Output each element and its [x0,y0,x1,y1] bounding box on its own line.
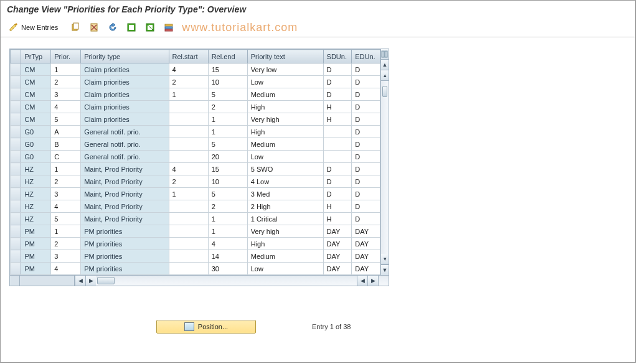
row-selector[interactable] [11,138,21,151]
scroll-track[interactable] [381,81,389,254]
cell-prior[interactable]: 4 [51,263,81,275]
scroll-down-icon[interactable]: ▼ [381,264,389,275]
cell-prtyp[interactable]: PM [21,225,51,238]
table-row[interactable]: G0CGeneral notif. prio.20LowD [11,151,380,163]
col-end[interactable]: Rel.end [208,50,247,63]
row-selector[interactable] [11,88,21,101]
cell-start[interactable]: 1 [169,88,208,101]
cell-start[interactable] [169,101,208,113]
copy-button[interactable] [67,21,83,34]
cell-end[interactable]: 2 [208,200,247,213]
cell-prtyp[interactable]: G0 [21,138,51,151]
horizontal-scrollbar[interactable]: ◀ ▶ ◀ ▶ [10,275,389,286]
cell-ptext[interactable]: Medium [247,250,323,263]
scroll-page-down-icon[interactable]: ▾ [381,254,389,264]
cell-start[interactable]: 2 [169,175,208,188]
priorities-table[interactable]: PrTyp Prior. Priority type Rel.start Rel… [10,49,380,275]
cell-ptype[interactable]: General notif. prio. [81,126,169,138]
cell-ed[interactable]: D [352,175,380,188]
cell-end[interactable]: 4 [208,238,247,250]
cell-sd[interactable]: H [323,213,352,225]
table-row[interactable]: CM5Claim priorities1Very highHD [11,113,380,126]
cell-start[interactable] [169,225,208,238]
hscroll-right2-icon[interactable]: ▶ [367,276,378,286]
table-row[interactable]: CM2Claim priorities210LowDD [11,76,380,88]
cell-prior[interactable]: 2 [51,76,81,88]
cell-sd[interactable] [323,151,352,163]
cell-sd[interactable]: DAY [323,263,352,275]
cell-ptext[interactable]: Medium [247,138,323,151]
cell-ptype[interactable]: Claim priorities [81,101,169,113]
row-selector[interactable] [11,151,21,163]
deselect-all-button[interactable] [142,21,158,34]
cell-start[interactable] [169,238,208,250]
cell-ed[interactable]: D [352,200,380,213]
cell-ptext[interactable]: Low [247,76,323,88]
new-entries-button[interactable]: New Entries [6,21,65,34]
table-row[interactable]: HZ1Maint, Prod Priority4155 SWODD [11,163,380,175]
cell-sd[interactable]: DAY [323,225,352,238]
cell-ed[interactable]: DAY [352,250,380,263]
cell-ed[interactable]: D [352,151,380,163]
cell-ptype[interactable]: Claim priorities [81,76,169,88]
cell-end[interactable]: 20 [208,151,247,163]
cell-ed[interactable]: D [352,213,380,225]
row-selector[interactable] [11,163,21,175]
cell-ptype[interactable]: PM priorities [81,238,169,250]
delete-button[interactable] [86,21,102,34]
cell-prtyp[interactable]: HZ [21,213,51,225]
cell-start[interactable] [169,213,208,225]
cell-ed[interactable]: D [352,76,380,88]
row-selector[interactable] [11,63,21,76]
col-prior[interactable]: Prior. [51,50,81,63]
cell-sd[interactable]: D [323,63,352,76]
cell-ptext[interactable]: Low [247,151,323,163]
cell-prtyp[interactable]: HZ [21,200,51,213]
hscroll-right-icon[interactable]: ▶ [85,276,96,286]
cell-prtyp[interactable]: HZ [21,188,51,200]
hscroll-thumb-left[interactable] [97,277,115,284]
hscroll-left-icon[interactable]: ◀ [75,276,85,286]
cell-ed[interactable]: D [352,88,380,101]
row-selector[interactable] [11,238,21,250]
cell-ed[interactable]: DAY [352,225,380,238]
cell-sd[interactable]: D [323,76,352,88]
table-row[interactable]: HZ3Maint, Prod Priority153 MedDD [11,188,380,200]
cell-ptext[interactable]: 5 SWO [247,163,323,175]
cell-prtyp[interactable]: CM [21,88,51,101]
scroll-thumb[interactable] [382,86,387,97]
row-selector-header[interactable] [11,50,21,63]
cell-prior[interactable]: A [51,126,81,138]
cell-start[interactable] [169,126,208,138]
cell-ptype[interactable]: PM priorities [81,263,169,275]
cell-end[interactable]: 14 [208,250,247,263]
row-selector[interactable] [11,175,21,188]
cell-ed[interactable]: D [352,63,380,76]
cell-ptext[interactable]: Low [247,263,323,275]
cell-end[interactable]: 1 [208,126,247,138]
cell-sd[interactable]: DAY [323,238,352,250]
cell-prtyp[interactable]: PM [21,238,51,250]
col-start[interactable]: Rel.start [169,50,208,63]
table-row[interactable]: PM3PM priorities14MediumDAYDAY [11,250,380,263]
row-selector[interactable] [11,126,21,138]
cell-prior[interactable]: C [51,151,81,163]
cell-ed[interactable]: D [352,113,380,126]
cell-prtyp[interactable]: CM [21,63,51,76]
cell-ptype[interactable]: General notif. prio. [81,151,169,163]
table-row[interactable]: HZ5Maint, Prod Priority11 CriticalHD [11,213,380,225]
cell-ptype[interactable]: PM priorities [81,225,169,238]
cell-end[interactable]: 1 [208,213,247,225]
cell-prior[interactable]: 3 [51,250,81,263]
cell-start[interactable] [169,138,208,151]
cell-end[interactable]: 1 [208,225,247,238]
cell-ed[interactable]: D [352,101,380,113]
vertical-scrollbar[interactable]: ▲ ▴ ▾ ▼ [380,49,389,275]
cell-sd[interactable]: D [323,175,352,188]
cell-ptext[interactable]: High [247,238,323,250]
undo-button[interactable] [105,21,121,34]
cell-prior[interactable]: 2 [51,238,81,250]
row-selector[interactable] [11,250,21,263]
cell-prior[interactable]: 4 [51,101,81,113]
cell-end[interactable]: 5 [208,88,247,101]
